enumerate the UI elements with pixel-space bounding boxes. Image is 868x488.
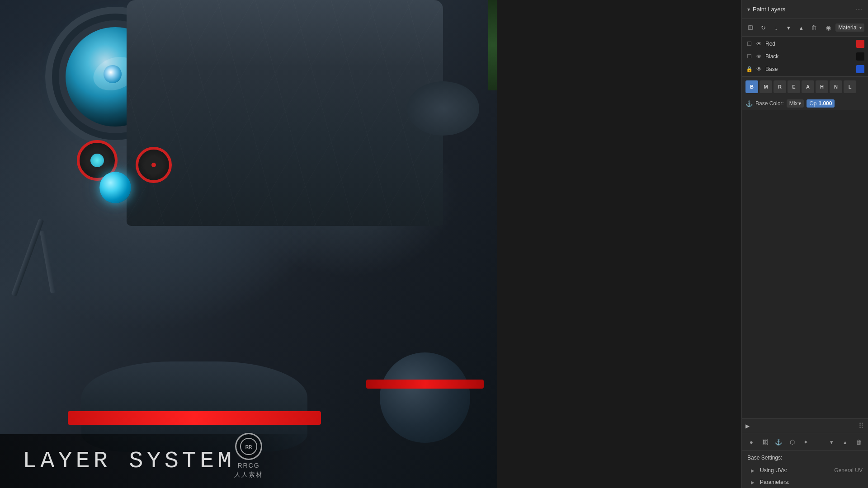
right-sphere-ring: [366, 380, 484, 389]
opacity-field[interactable]: Op 1.000: [807, 99, 835, 108]
channel-m-button[interactable]: M: [760, 80, 772, 93]
layer-visibility-base[interactable]: 👁: [755, 66, 763, 72]
rrcg-logo-svg: RR: [240, 437, 258, 455]
parameters-row[interactable]: ▶ Parameters:: [742, 476, 868, 488]
op-label: Op: [809, 100, 816, 107]
layer-color-base: [856, 65, 864, 73]
layer-item-black[interactable]: ☐ 👁 Black: [742, 50, 868, 63]
material-dropdown-arrow: ▾: [859, 25, 862, 30]
svg-text:RR: RR: [245, 445, 252, 450]
base-settings-header: Base Settings:: [742, 451, 868, 465]
watermark-subtext: 人人素材: [234, 471, 263, 479]
layer-visibility-red[interactable]: 👁: [755, 41, 763, 47]
mix-dropdown[interactable]: Mix ▾: [787, 99, 804, 108]
uvs-expand-icon: ▶: [751, 468, 756, 473]
image-tool-button[interactable]: 🖼: [759, 436, 771, 448]
parameters-expand-icon: ▶: [751, 480, 756, 485]
new-layer-button[interactable]: [745, 22, 756, 33]
channel-l-button[interactable]: L: [844, 80, 856, 93]
material-label: Material: [838, 24, 858, 31]
robot-base-red-ring: [68, 411, 321, 425]
svg-rect-2: [748, 26, 753, 29]
layer-name-base: Base: [765, 66, 854, 72]
star-tool-button[interactable]: ✦: [800, 436, 811, 448]
base-color-label: Base Color:: [755, 100, 784, 107]
drag-handle: ⠿: [859, 422, 864, 430]
down-arrow-tool-button[interactable]: ▾: [826, 436, 837, 448]
mix-dropdown-arrow: ▾: [798, 100, 801, 107]
watermark: RR RRCG 人人素材: [234, 433, 263, 479]
right-sphere: [380, 352, 470, 443]
layer-item-red[interactable]: ☐ 👁 Red: [742, 38, 868, 50]
channel-r-button[interactable]: R: [774, 80, 786, 93]
op-value: 1.000: [818, 100, 832, 107]
shield-tool-button[interactable]: ⬡: [786, 436, 798, 448]
layer-name-black: Black: [765, 53, 854, 60]
circle-tool-button[interactable]: ●: [745, 436, 757, 448]
mix-label: Mix: [789, 100, 798, 107]
title-overlay: LAYER SYSTEM: [0, 434, 316, 488]
download-button[interactable]: ↓: [771, 22, 782, 33]
3d-viewport[interactable]: LAYER SYSTEM RR RRCG 人人素材: [0, 0, 497, 488]
arrow-down-button[interactable]: ▾: [783, 22, 794, 33]
anchor-icon: ⚓: [745, 100, 753, 107]
base-color-row: ⚓ Base Color: Mix ▾ Op 1.000: [742, 97, 868, 110]
move-up-button[interactable]: ▴: [796, 22, 807, 33]
using-uvs-row[interactable]: ▶ Using UVs: General UV: [742, 465, 868, 476]
body-scratches: [127, 0, 443, 226]
layer-copy-icon: ☐: [745, 41, 753, 47]
blue-glowing-button: [99, 172, 131, 203]
delete-tool-button[interactable]: 🗑: [853, 436, 864, 448]
robot-turret: [407, 81, 479, 136]
paint-layers-panel: ▾ Paint Layers ⋯ ↻ ↓ ▾ ▴ 🗑 ◉ Material ▾ …: [741, 0, 868, 488]
using-uvs-label: Using UVs:: [760, 467, 787, 474]
panel-options-icon[interactable]: ⋯: [856, 6, 863, 13]
delete-layer-button[interactable]: 🗑: [809, 22, 820, 33]
up-arrow-tool-button[interactable]: ▴: [839, 436, 851, 448]
panel-collapse-icon[interactable]: ▾: [747, 6, 750, 13]
channel-a-button[interactable]: A: [802, 80, 814, 93]
panel-title: Paint Layers: [753, 6, 785, 13]
red-ring-button-2: [136, 147, 172, 183]
using-uvs-value: General UV: [834, 467, 863, 474]
panel-title-row: ▾ Paint Layers: [747, 6, 785, 13]
channel-e-button[interactable]: E: [788, 80, 800, 93]
layers-toolbar: ↻ ↓ ▾ ▴ 🗑 ◉ Material ▾: [742, 19, 868, 37]
play-icon[interactable]: ▶: [745, 423, 750, 429]
layer-copy-icon-2: ☐: [745, 53, 753, 60]
channel-b-button[interactable]: B: [745, 80, 758, 93]
layer-item-base[interactable]: 🔒 👁 Base: [742, 63, 868, 75]
panel-empty-area: [742, 110, 868, 418]
watermark-logo: RR: [235, 433, 262, 460]
channel-h-button[interactable]: H: [816, 80, 828, 93]
channel-n-button[interactable]: N: [830, 80, 842, 93]
layer-color-red: [856, 40, 864, 48]
base-settings-section: Base Settings: ▶ Using UVs: General UV ▶…: [742, 450, 868, 488]
layer-name-red: Red: [765, 41, 854, 47]
parameters-label: Parameters:: [760, 479, 789, 485]
anchor-tool-button[interactable]: ⚓: [773, 436, 784, 448]
robot-body: [127, 0, 443, 226]
channel-row: B M R E A H N L: [742, 76, 868, 97]
watermark-text: RRCG: [237, 462, 259, 469]
green-strip: [488, 0, 497, 90]
eye-center: [104, 65, 122, 83]
eye-icon: ◉: [823, 22, 834, 33]
material-dropdown[interactable]: Material ▾: [835, 23, 864, 32]
layer-visibility-black[interactable]: 👁: [755, 53, 763, 60]
refresh-button[interactable]: ↻: [758, 22, 769, 33]
bottom-toolbar-1: ▶ ⠿: [742, 418, 868, 433]
bottom-toolbar-2: ● 🖼 ⚓ ⬡ ✦ ▾ ▴ 🗑: [742, 433, 868, 450]
layer-color-black: [856, 52, 864, 61]
new-layer-icon: [748, 24, 754, 31]
panel-header: ▾ Paint Layers ⋯: [742, 0, 868, 19]
layer-lock-icon: 🔒: [745, 66, 753, 72]
layers-list: ☐ 👁 Red ☐ 👁 Black 🔒 👁 Base: [742, 37, 868, 76]
